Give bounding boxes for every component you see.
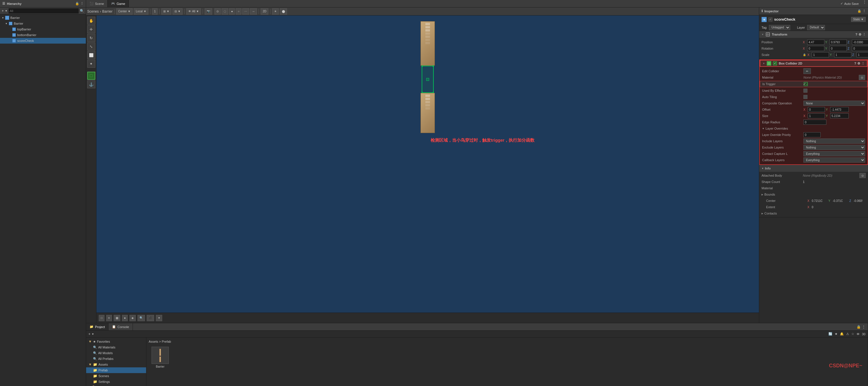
contacts-fold[interactable]: ▶ Contacts: [759, 210, 868, 216]
snap-btn[interactable]: ⊟ ▼: [173, 8, 183, 14]
grid-view-btn[interactable]: ▦: [114, 315, 120, 321]
star-btn[interactable]: ✦: [156, 315, 162, 321]
star-icon[interactable]: ☆: [851, 332, 854, 336]
tag-select[interactable]: Untagged: [769, 25, 790, 30]
transform-header[interactable]: ▼ Transform ? ⚙ ⋮: [759, 31, 868, 38]
transform-settings-icon[interactable]: ⚙: [859, 33, 861, 36]
all-prefabs-item[interactable]: 🔍 All Prefabs: [86, 356, 146, 362]
barrier-asset[interactable]: Barrier: [149, 346, 172, 370]
collider-settings-icon[interactable]: ⚙: [857, 62, 860, 65]
contact-capture-select[interactable]: Everything: [803, 151, 865, 156]
gizmo-more-btn[interactable]: ⋯: [242, 8, 249, 14]
attached-body-btn[interactable]: ⊙: [859, 173, 866, 178]
tree-item-selected[interactable]: scoreCheck: [0, 38, 86, 44]
used-by-effector-checkbox[interactable]: [803, 89, 807, 93]
transform-tool[interactable]: ✦: [87, 60, 95, 68]
offset-y-input[interactable]: [830, 107, 849, 112]
tree-item[interactable]: topBarrier: [0, 26, 86, 32]
scale-x-input[interactable]: [812, 52, 829, 57]
size-x-input[interactable]: [808, 113, 825, 118]
tab-end-icon[interactable]: ⋮: [861, 0, 868, 7]
screenshot-btn[interactable]: 📷: [205, 8, 212, 14]
scene-view[interactable]: ✋ ✛ ↻ ⤡ ⬜ ✦ □ ⚓: [86, 15, 759, 323]
gizmo-ring-btn[interactable]: ○: [236, 8, 241, 14]
tree-item[interactable]: bottomBarrier: [0, 32, 86, 38]
tab-game[interactable]: 🎮 Game: [107, 0, 129, 7]
callback-layers-select[interactable]: Everything: [803, 157, 865, 163]
extra-tool[interactable]: ⚓: [87, 80, 95, 88]
project-more-icon[interactable]: ⋮: [862, 325, 865, 329]
scale-y-input[interactable]: [834, 52, 851, 57]
settings-folder[interactable]: 📁 Settings: [86, 379, 146, 385]
sky-btn[interactable]: ⬤: [280, 8, 287, 14]
edit-collider-btn[interactable]: ✏: [803, 68, 811, 74]
hierarchy-search-input[interactable]: [9, 8, 79, 13]
scale-z-input[interactable]: [857, 52, 868, 57]
list-view-btn[interactable]: ≡: [106, 315, 112, 321]
gizmo-fill-btn[interactable]: ●: [229, 8, 235, 14]
diamond-btn[interactable]: ◈: [129, 315, 136, 321]
rect-tool[interactable]: ⬜: [87, 51, 95, 59]
layer-select[interactable]: Default: [807, 25, 825, 30]
rot-x-input[interactable]: [807, 46, 825, 51]
gizmo-circle-btn[interactable]: ⊙: [214, 8, 221, 14]
offset-x-input[interactable]: [808, 107, 825, 112]
edge-radius-input[interactable]: [803, 119, 826, 125]
size-y-input[interactable]: [830, 113, 849, 118]
gizmo-arc-btn[interactable]: ◌: [222, 8, 228, 14]
pos-x-input[interactable]: [807, 40, 825, 45]
tab-project[interactable]: 📁 Project: [86, 323, 108, 330]
favorite-icon[interactable]: ★: [835, 332, 838, 336]
lock-icon[interactable]: 🔒: [75, 2, 79, 5]
layer-overrides-fold[interactable]: ▼ Layer Overrides: [760, 125, 867, 132]
sync-icon[interactable]: 🔄: [828, 332, 832, 336]
pivot-btn[interactable]: 1: [152, 8, 158, 14]
grid-btn[interactable]: ⊞ ▼: [161, 8, 172, 14]
rot-y-input[interactable]: [830, 46, 847, 51]
exclude-layers-select[interactable]: Nothing: [803, 145, 865, 150]
zoom-btn[interactable]: 🔍: [137, 315, 145, 321]
add-icon[interactable]: +: [2, 9, 4, 13]
eye-project-icon[interactable]: 👁: [857, 332, 860, 336]
material-target-btn[interactable]: ⊙: [859, 75, 865, 80]
all-materials-item[interactable]: 🔍 All Materials: [86, 344, 146, 350]
circle-btn[interactable]: ●: [122, 315, 128, 321]
all-models-item[interactable]: 🔍 All Models: [86, 350, 146, 356]
rot-z-input[interactable]: [852, 46, 868, 51]
is-trigger-checkbox[interactable]: ✓: [804, 82, 808, 86]
add-project-arrow[interactable]: ▼: [92, 332, 94, 336]
rotate-tool[interactable]: ↻: [87, 34, 95, 42]
transform-more-icon[interactable]: ⋮: [863, 33, 866, 36]
auto-tiling-checkbox[interactable]: [803, 95, 807, 99]
more-icon[interactable]: ⋮: [81, 2, 84, 5]
favorites-folder[interactable]: ▼ ★ Favorites: [86, 339, 146, 344]
packages-folder[interactable]: ▶ 📦 Packages: [86, 385, 146, 386]
collider-question-icon[interactable]: ?: [854, 62, 856, 65]
inspector-more-icon[interactable]: ⋮: [863, 9, 866, 13]
question-icon[interactable]: ?: [856, 33, 857, 36]
scenes-folder[interactable]: 📁 Scenes: [86, 373, 146, 379]
inspector-lock-icon[interactable]: 🔒: [857, 9, 861, 13]
composite-op-select[interactable]: None: [803, 101, 865, 106]
tree-item[interactable]: ▼ Barrier: [0, 21, 86, 26]
layer-override-priority-input[interactable]: [803, 132, 820, 137]
info-fold[interactable]: ▼ Info: [759, 165, 868, 172]
rect-select-btn[interactable]: □: [99, 315, 104, 321]
warning-icon[interactable]: ⚠: [846, 332, 849, 336]
flag-icon[interactable]: 🔔: [840, 332, 844, 336]
scale-tool[interactable]: ⤡: [87, 42, 95, 50]
object-enabled-toggle[interactable]: ✓: [768, 17, 772, 22]
view-btn[interactable]: 👁 All ▼: [186, 8, 201, 14]
hand-tool[interactable]: ✋: [87, 16, 95, 25]
add-project-icon[interactable]: +: [88, 332, 90, 336]
collider-tool[interactable]: □: [87, 72, 95, 80]
assets-folder[interactable]: ▼ 📁 Assets: [86, 362, 146, 367]
project-lock-icon[interactable]: 🔒: [857, 325, 861, 329]
lights-btn[interactable]: ☀: [272, 8, 279, 14]
pos-z-input[interactable]: [852, 40, 868, 45]
two-d-btn[interactable]: 2D: [260, 8, 268, 14]
bounds-fold[interactable]: ▶ Bounds: [759, 191, 868, 198]
box-collider-header[interactable]: ▼ □ ✓ Box Collider 2D ? ⚙ ⋮: [760, 60, 867, 67]
include-layers-select[interactable]: Nothing: [803, 139, 865, 144]
static-button[interactable]: Static ▼: [851, 17, 866, 22]
